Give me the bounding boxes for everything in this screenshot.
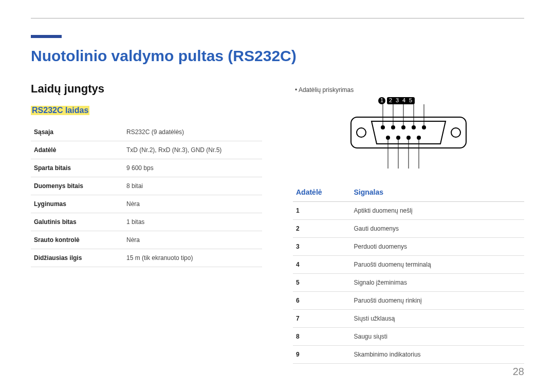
pin-col-header: Adatėlė (293, 183, 351, 202)
svg-text:3: 3 (396, 97, 399, 103)
svg-point-13 (357, 128, 366, 137)
spec-label: Didžiausias ilgis (31, 249, 123, 267)
svg-point-18 (412, 125, 416, 129)
pin-num: 7 (293, 310, 351, 328)
spec-value: Nėra (123, 195, 262, 213)
svg-point-16 (391, 125, 395, 129)
content-columns: Laidų jungtys RS232C laidas SąsajaRS232C… (31, 82, 524, 364)
table-row: 9Skambinimo indikatorius (293, 346, 524, 364)
pin-sig: Perduoti duomenys (351, 238, 525, 256)
table-row: 5Signalo įžeminimas (293, 274, 524, 292)
spec-value: TxD (Nr.2), RxD (Nr.3), GND (Nr.5) (123, 141, 262, 159)
pin-sig: Skambinimo indikatorius (351, 346, 525, 364)
spec-value: 15 m (tik ekranuoto tipo) (123, 249, 262, 267)
pin-num: 6 (293, 292, 351, 310)
right-column: Adatėlių priskyrimas 1 2 3 4 5 (293, 82, 524, 364)
pin-sig: Paruošti duomenų terminalą (351, 256, 525, 274)
spec-value: Nėra (123, 231, 262, 249)
pin-sig: Saugu siųsti (351, 328, 525, 346)
pin-sig: Aptikti duomenų nešlį (351, 202, 525, 220)
pin-sig: Signalo įžeminimas (351, 274, 525, 292)
section-heading: Laidų jungtys (31, 82, 262, 96)
spec-label: Lyginumas (31, 195, 123, 213)
table-row: SąsajaRS232C (9 adatėlės) (31, 123, 262, 141)
svg-text:4: 4 (402, 97, 405, 103)
svg-text:2: 2 (389, 97, 392, 103)
spec-label: Duomenys bitais (31, 177, 123, 195)
page-title: Nuotolinio valdymo pultas (RS232C) (31, 47, 297, 65)
signal-col-header: Signalas (351, 183, 525, 202)
spec-label: Adatėlė (31, 141, 123, 159)
pin-num: 1 (293, 202, 351, 220)
pin-table: Adatėlė Signalas 1Aptikti duomenų nešlį … (293, 183, 524, 364)
table-row: 1Aptikti duomenų nešlį (293, 202, 524, 220)
table-row: Didžiausias ilgis15 m (tik ekranuoto tip… (31, 249, 262, 267)
table-row: LyginumasNėra (31, 195, 262, 213)
table-row: 6Paruošti duomenų rinkinį (293, 292, 524, 310)
svg-text:1: 1 (380, 97, 383, 103)
pin-sig: Paruošti duomenų rinkinį (351, 292, 525, 310)
spec-label: Srauto kontrolė (31, 231, 123, 249)
spec-value: 1 bitas (123, 213, 262, 231)
table-row: 3Perduoti duomenys (293, 238, 524, 256)
pin-sig: Siųsti užklausą (351, 310, 525, 328)
table-row: 2Gauti duomenys (293, 220, 524, 238)
svg-point-19 (422, 125, 426, 129)
pin-num: 3 (293, 238, 351, 256)
spec-label: Sąsaja (31, 123, 123, 141)
svg-point-17 (401, 125, 405, 129)
spec-value: RS232C (9 adatėlės) (123, 123, 262, 141)
spec-label: Sparta bitais (31, 159, 123, 177)
table-row: Duomenys bitais8 bitai (31, 177, 262, 195)
pin-assignment-label: Adatėlių priskyrimas (295, 86, 524, 94)
table-row: 8Saugu siųsti (293, 328, 524, 346)
table-row: 7Siųsti užklausą (293, 310, 524, 328)
pin-num: 4 (293, 256, 351, 274)
spec-label: Galutinis bitas (31, 213, 123, 231)
db9-connector-diagram: 1 2 3 4 5 (342, 97, 475, 174)
pin-num: 5 (293, 274, 351, 292)
top-rule (31, 18, 524, 18)
top-accent-bar (31, 35, 62, 38)
pin-sig: Gauti duomenys (351, 220, 525, 238)
page-number: 28 (513, 366, 524, 378)
svg-point-14 (451, 128, 460, 137)
table-row: Srauto kontrolėNėra (31, 231, 262, 249)
left-column: Laidų jungtys RS232C laidas SąsajaRS232C… (31, 82, 262, 364)
svg-text:5: 5 (409, 97, 412, 103)
spec-table: SąsajaRS232C (9 adatėlės) AdatėlėTxD (Nr… (31, 123, 262, 267)
table-row: Galutinis bitas1 bitas (31, 213, 262, 231)
spec-value: 9 600 bps (123, 159, 262, 177)
spec-value: 8 bitai (123, 177, 262, 195)
table-row: 4Paruošti duomenų terminalą (293, 256, 524, 274)
svg-point-15 (381, 125, 385, 129)
pin-num: 2 (293, 220, 351, 238)
table-row: AdatėlėTxD (Nr.2), RxD (Nr.3), GND (Nr.5… (31, 141, 262, 159)
pin-num: 8 (293, 328, 351, 346)
subsection-heading: RS232C laidas (31, 106, 89, 115)
table-row: Sparta bitais9 600 bps (31, 159, 262, 177)
pin-num: 9 (293, 346, 351, 364)
